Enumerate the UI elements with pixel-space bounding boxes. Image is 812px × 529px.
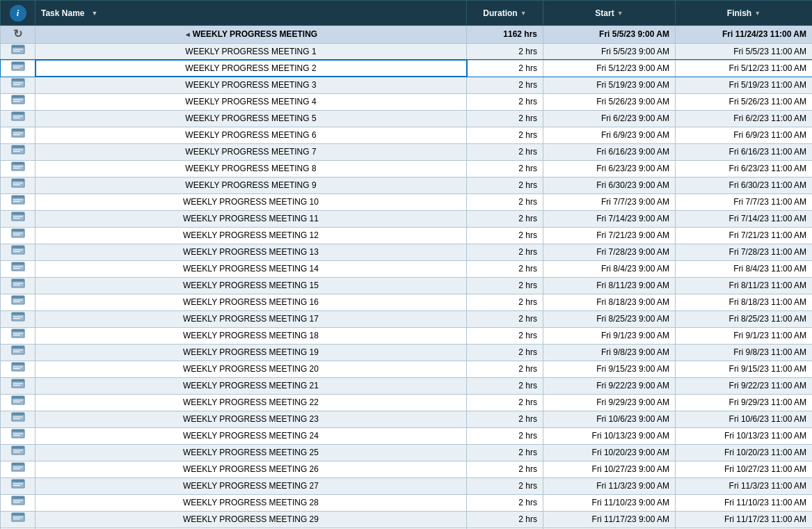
task-name-cell[interactable]: WEEKLY PROGRESS MEETING 16 [35, 294, 467, 310]
table-row[interactable]: WEEKLY PROGRESS MEETING 162 hrsFri 8/18/… [1, 294, 813, 310]
info-header[interactable]: i [1, 1, 35, 26]
start-cell: Fri 10/13/23 9:00 AM [543, 427, 676, 444]
table-row[interactable]: WEEKLY PROGRESS MEETING 122 hrsFri 7/21/… [1, 227, 813, 244]
task-name-cell[interactable]: WEEKLY PROGRESS MEETING 21 [35, 377, 467, 394]
task-icon-cell [1, 60, 35, 77]
task-name-cell[interactable]: WEEKLY PROGRESS MEETING 2 [35, 60, 467, 77]
task-name-cell[interactable]: WEEKLY PROGRESS MEETING 17 [35, 310, 467, 327]
table-row[interactable]: WEEKLY PROGRESS MEETING 132 hrsFri 7/28/… [1, 244, 813, 260]
task-name-cell[interactable]: WEEKLY PROGRESS MEETING 9 [35, 177, 467, 194]
svg-rect-35 [13, 184, 20, 185]
svg-rect-106 [13, 483, 23, 484]
table-row[interactable]: WEEKLY PROGRESS MEETING 142 hrsFri 8/4/2… [1, 260, 813, 277]
finish-cell: Fri 7/14/23 11:00 AM [676, 210, 813, 227]
task-name-cell[interactable]: WEEKLY PROGRESS MEETING 18 [35, 327, 467, 344]
task-name-cell[interactable]: WEEKLY PROGRESS MEETING 27 [35, 477, 467, 494]
calendar-task-icon [10, 77, 26, 88]
table-row[interactable]: WEEKLY PROGRESS MEETING 62 hrsFri 6/9/23… [1, 127, 813, 143]
task-name-cell[interactable]: WEEKLY PROGRESS MEETING 4 [35, 93, 467, 110]
finish-cell: Fri 10/6/23 11:00 AM [676, 411, 813, 427]
table-row[interactable]: WEEKLY PROGRESS MEETING 52 hrsFri 6/2/23… [1, 110, 813, 127]
task-name-cell[interactable]: WEEKLY PROGRESS MEETING 15 [35, 277, 467, 294]
finish-cell: Fri 5/12/23 11:00 AM [676, 60, 813, 77]
table-row[interactable]: WEEKLY PROGRESS MEETING 152 hrsFri 8/11/… [1, 277, 813, 294]
start-sort-icon[interactable]: ▼ [617, 10, 623, 17]
svg-rect-63 [13, 301, 20, 302]
task-name-cell[interactable]: WEEKLY PROGRESS MEETING 25 [35, 444, 467, 461]
table-row[interactable]: WEEKLY PROGRESS MEETING 72 hrsFri 6/16/2… [1, 143, 813, 160]
svg-rect-79 [13, 368, 20, 369]
task-name-cell[interactable]: WEEKLY PROGRESS MEETING 7 [35, 143, 467, 160]
task-name-text: WEEKLY PROGRESS MEETING 14 [183, 264, 319, 274]
duration-cell: 2 hrs [467, 227, 543, 244]
task-name-cell[interactable]: WEEKLY PROGRESS MEETING 13 [35, 244, 467, 260]
table-row[interactable]: WEEKLY PROGRESS MEETING 192 hrsFri 9/8/2… [1, 344, 813, 361]
table-row[interactable]: WEEKLY PROGRESS MEETING 172 hrsFri 8/25/… [1, 310, 813, 327]
task-name-cell[interactable]: WEEKLY PROGRESS MEETING 8 [35, 160, 467, 177]
svg-rect-6 [13, 65, 23, 66]
svg-rect-41 [12, 212, 24, 215]
task-name-cell[interactable]: WEEKLY PROGRESS MEETING 22 [35, 394, 467, 411]
duration-cell: 2 hrs [467, 60, 543, 77]
finish-cell: Fri 7/21/23 11:00 AM [676, 227, 813, 244]
calendar-task-icon [10, 261, 26, 272]
finish-sort-icon[interactable]: ▼ [754, 10, 761, 17]
table-row[interactable]: WEEKLY PROGRESS MEETING 292 hrsFri 11/17… [1, 511, 813, 528]
svg-rect-86 [13, 400, 23, 400]
duration-cell: 2 hrs [467, 127, 543, 143]
table-row[interactable]: WEEKLY PROGRESS MEETING 42 hrsFri 5/26/2… [1, 93, 813, 110]
duration-sort-icon[interactable]: ▼ [520, 10, 527, 17]
task-name-cell[interactable]: WEEKLY PROGRESS MEETING 19 [35, 344, 467, 361]
table-row[interactable]: WEEKLY PROGRESS MEETING 22 hrsFri 5/12/2… [1, 60, 813, 77]
duration-header[interactable]: Duration ▼ [467, 1, 543, 26]
task-name-cell[interactable]: WEEKLY PROGRESS MEETING 14 [35, 260, 467, 277]
duration-cell: 2 hrs [467, 461, 543, 477]
table-row[interactable]: WEEKLY PROGRESS MEETING 262 hrsFri 10/27… [1, 461, 813, 477]
task-name-cell[interactable]: WEEKLY PROGRESS MEETING 5 [35, 110, 467, 127]
svg-rect-53 [12, 262, 24, 265]
svg-rect-82 [13, 383, 23, 384]
table-row[interactable]: WEEKLY PROGRESS MEETING 272 hrsFri 11/3/… [1, 477, 813, 494]
start-cell: Fri 7/28/23 9:00 AM [543, 244, 676, 260]
calendar-task-icon [10, 228, 26, 239]
task-name-cell[interactable]: WEEKLY PROGRESS MEETING 20 [35, 361, 467, 377]
table-row[interactable]: WEEKLY PROGRESS MEETING 112 hrsFri 7/14/… [1, 210, 813, 227]
finish-cell: Fri 6/9/23 11:00 AM [676, 127, 813, 143]
table-row[interactable]: WEEKLY PROGRESS MEETING 92 hrsFri 6/30/2… [1, 177, 813, 194]
task-name-cell[interactable]: WEEKLY PROGRESS MEETING 28 [35, 494, 467, 511]
table-row[interactable]: WEEKLY PROGRESS MEETING 252 hrsFri 10/20… [1, 444, 813, 461]
task-name-cell[interactable]: WEEKLY PROGRESS MEETING 6 [35, 127, 467, 143]
duration-cell: 2 hrs [467, 427, 543, 444]
table-row[interactable]: WEEKLY PROGRESS MEETING 212 hrsFri 9/22/… [1, 377, 813, 394]
duration-cell: 2 hrs [467, 43, 543, 60]
svg-rect-7 [13, 68, 20, 68]
task-name-cell[interactable]: WEEKLY PROGRESS MEETING 3 [35, 77, 467, 93]
task-name-cell[interactable]: WEEKLY PROGRESS MEETING 29 [35, 511, 467, 528]
table-row[interactable]: WEEKLY PROGRESS MEETING 182 hrsFri 9/1/2… [1, 327, 813, 344]
task-name-cell[interactable]: WEEKLY PROGRESS MEETING 26 [35, 461, 467, 477]
task-name-cell[interactable]: WEEKLY PROGRESS MEETING 23 [35, 411, 467, 427]
table-row[interactable]: WEEKLY PROGRESS MEETING 82 hrsFri 6/23/2… [1, 160, 813, 177]
table-row[interactable]: WEEKLY PROGRESS MEETING 32 hrsFri 5/19/2… [1, 77, 813, 93]
start-header[interactable]: Start ▼ [543, 1, 676, 26]
finish-header[interactable]: Finish ▼ [676, 1, 813, 26]
refresh-icon[interactable]: ↻ [10, 26, 26, 41]
task-name-cell[interactable]: WEEKLY PROGRESS MEETING 24 [35, 427, 467, 444]
table-row[interactable]: WEEKLY PROGRESS MEETING 232 hrsFri 10/6/… [1, 411, 813, 427]
table-row[interactable]: WEEKLY PROGRESS MEETING 242 hrsFri 10/13… [1, 427, 813, 444]
task-name-cell[interactable]: WEEKLY PROGRESS MEETING 11 [35, 210, 467, 227]
table-row[interactable]: WEEKLY PROGRESS MEETING 282 hrsFri 11/10… [1, 494, 813, 511]
svg-rect-33 [12, 179, 24, 182]
task-name-cell[interactable]: WEEKLY PROGRESS MEETING 1 [35, 43, 467, 60]
table-row[interactable]: WEEKLY PROGRESS MEETING 12 hrsFri 5/5/23… [1, 43, 813, 60]
table-row[interactable]: WEEKLY PROGRESS MEETING 202 hrsFri 9/15/… [1, 361, 813, 377]
task-name-cell[interactable]: WEEKLY PROGRESS MEETING 10 [35, 194, 467, 210]
table-row[interactable]: WEEKLY PROGRESS MEETING 102 hrsFri 7/7/2… [1, 194, 813, 210]
calendar-task-icon [10, 61, 26, 72]
task-name-header[interactable]: Task Name ▼ [35, 1, 467, 26]
collapse-icon[interactable]: ◄ [184, 26, 191, 42]
task-name-cell[interactable]: WEEKLY PROGRESS MEETING 12 [35, 227, 467, 244]
table-row[interactable]: WEEKLY PROGRESS MEETING 222 hrsFri 9/29/… [1, 394, 813, 411]
task-name-dropdown-icon[interactable]: ▼ [91, 10, 97, 17]
start-cell: Fri 6/16/23 9:00 AM [543, 143, 676, 160]
